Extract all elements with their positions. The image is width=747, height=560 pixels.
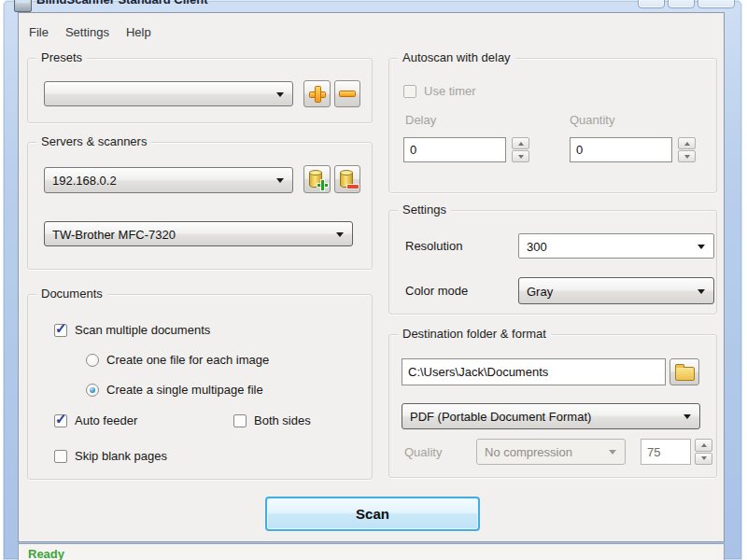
color-mode-dropdown-value: Gray	[527, 284, 553, 298]
remove-server-button[interactable]	[334, 165, 360, 193]
format-dropdown[interactable]: PDF (Portable Document Format)	[402, 403, 700, 429]
autoscan-group: Autoscan with delay Use timer Delay Quan…	[388, 58, 717, 193]
status-bar: Ready	[18, 543, 725, 560]
chevron-down-icon	[336, 232, 344, 237]
scanner-dropdown-value: TW-Brother MFC-7320	[52, 227, 176, 241]
quantity-spinner	[678, 137, 696, 162]
presets-group-label: Presets	[36, 50, 87, 64]
scan-multiple-checkbox[interactable]	[54, 324, 67, 337]
title-bar[interactable]: BlindScanner Standard Client	[3, 0, 742, 12]
server-dropdown[interactable]: 192.168.0.2	[44, 167, 293, 193]
multipage-radio[interactable]	[86, 384, 99, 397]
resolution-label: Resolution	[405, 239, 462, 253]
arrow-down-icon	[701, 456, 707, 460]
remove-preset-button[interactable]	[334, 80, 360, 107]
documents-group: Documents Scan multiple documents Create…	[27, 294, 373, 480]
arrow-up-icon	[701, 443, 707, 447]
checkmark-icon	[55, 320, 67, 337]
window-controls	[638, 0, 735, 8]
chevron-down-icon	[276, 92, 284, 97]
quality-label: Quality	[404, 445, 442, 459]
spin-up-button[interactable]	[512, 137, 529, 149]
both-sides-label[interactable]: Both sides	[254, 413, 311, 427]
delay-label: Delay	[405, 113, 436, 127]
auto-feeder-checkbox[interactable]	[54, 414, 67, 427]
menu-settings[interactable]: Settings	[57, 23, 118, 41]
app-scanner-icon	[14, 0, 32, 12]
chevron-down-icon	[684, 414, 691, 419]
menu-help[interactable]: Help	[118, 23, 160, 41]
spin-down-button[interactable]	[695, 453, 712, 466]
status-text: Ready	[28, 547, 64, 560]
multipage-label[interactable]: Create a single multipage file	[106, 383, 263, 397]
quality-number-input[interactable]	[641, 439, 691, 465]
menu-bar: File Settings Help	[21, 21, 160, 42]
close-button[interactable]	[698, 0, 735, 8]
settings-group-label: Settings	[398, 203, 451, 217]
chevron-down-icon	[698, 289, 705, 294]
color-mode-dropdown[interactable]: Gray	[518, 277, 714, 304]
documents-group-label: Documents	[36, 287, 107, 301]
plus-icon	[309, 86, 326, 103]
folder-path-input[interactable]	[402, 358, 666, 385]
arrow-down-icon	[684, 155, 690, 159]
delay-spinner	[512, 137, 529, 162]
color-mode-label: Color mode	[405, 284, 468, 298]
presets-group: Presets	[27, 58, 373, 123]
one-file-label[interactable]: Create one file for each image	[106, 353, 269, 367]
screenshot-root: BlindScanner Standard Client File Settin…	[0, 0, 747, 560]
checkmark-icon	[55, 411, 67, 427]
minimize-button[interactable]	[638, 0, 665, 8]
settings-group: Settings Resolution 300 Color mode Gray	[388, 210, 717, 315]
format-dropdown-value: PDF (Portable Document Format)	[410, 410, 591, 424]
destination-group-label: Destination folder & format	[398, 327, 551, 341]
auto-feeder-label[interactable]: Auto feeder	[75, 413, 137, 427]
presets-dropdown[interactable]	[44, 81, 293, 106]
quantity-input[interactable]	[570, 137, 672, 162]
browse-folder-button[interactable]	[669, 358, 699, 385]
scan-button[interactable]: Scan	[265, 497, 480, 531]
add-server-button[interactable]	[303, 165, 331, 193]
minus-badge-icon	[347, 185, 359, 189]
add-preset-button[interactable]	[303, 80, 331, 107]
scanner-dropdown[interactable]: TW-Brother MFC-7320	[44, 221, 353, 246]
maximize-button[interactable]	[668, 0, 695, 8]
skip-blank-label[interactable]: Skip blank pages	[75, 449, 167, 463]
spin-down-button[interactable]	[512, 150, 529, 162]
menu-file[interactable]: File	[21, 23, 57, 41]
arrow-up-icon	[684, 142, 690, 146]
resolution-dropdown[interactable]: 300	[518, 233, 714, 259]
scan-multiple-label[interactable]: Scan multiple documents	[75, 323, 210, 337]
folder-icon	[675, 367, 695, 381]
destination-group: Destination folder & format PDF (Portabl…	[388, 334, 717, 478]
client-area: File Settings Help Presets	[18, 12, 725, 542]
use-timer-checkbox[interactable]	[403, 85, 416, 98]
quality-spinner	[695, 439, 712, 465]
spin-down-button[interactable]	[678, 150, 696, 162]
chevron-down-icon	[276, 178, 284, 183]
servers-group-label: Servers & scanners	[36, 134, 151, 148]
servers-group: Servers & scanners 192.168.0.2 TW-Brothe…	[27, 142, 373, 270]
radio-dot-icon	[90, 387, 95, 393]
quantity-label: Quantity	[570, 113, 614, 127]
server-dropdown-value: 192.168.0.2	[52, 174, 117, 188]
both-sides-checkbox[interactable]	[233, 414, 247, 427]
resolution-dropdown-value: 300	[527, 239, 547, 253]
use-timer-label[interactable]: Use timer	[424, 84, 476, 98]
chevron-down-icon	[609, 450, 616, 455]
plus-badge-icon	[317, 180, 328, 190]
skip-blank-checkbox[interactable]	[54, 450, 67, 463]
quality-dropdown[interactable]: No compression	[476, 439, 626, 465]
window-title: BlindScanner Standard Client	[36, 0, 207, 7]
quality-dropdown-value: No compression	[485, 445, 572, 459]
arrow-down-icon	[518, 155, 524, 159]
one-file-radio[interactable]	[86, 354, 99, 367]
chevron-down-icon	[698, 245, 705, 249]
autoscan-group-label: Autoscan with delay	[398, 50, 515, 64]
arrow-up-icon	[518, 142, 524, 146]
delay-input[interactable]	[403, 137, 506, 162]
minus-icon	[340, 91, 355, 96]
spin-up-button[interactable]	[695, 439, 712, 452]
spin-up-button[interactable]	[678, 137, 696, 149]
app-window: BlindScanner Standard Client File Settin…	[3, 0, 742, 560]
